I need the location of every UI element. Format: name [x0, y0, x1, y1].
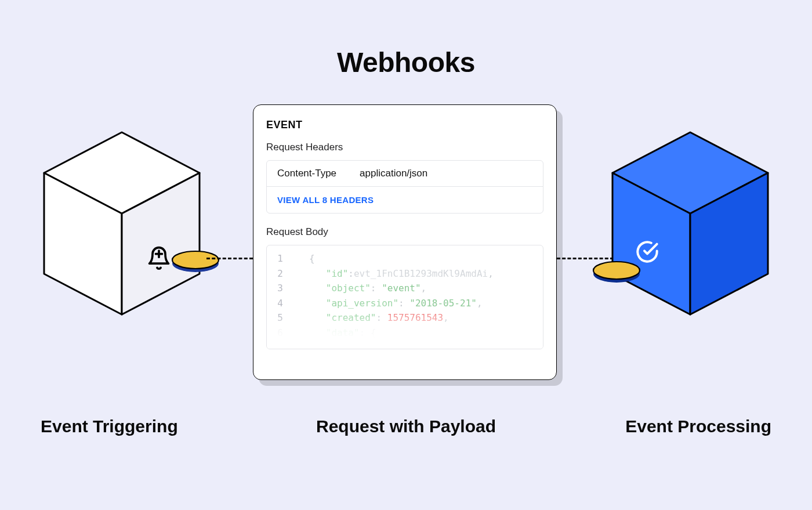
caption-request-with-payload: Request with Payload — [316, 417, 496, 436]
code-token: , — [421, 283, 427, 294]
code-token: , — [488, 268, 494, 279]
caption-event-processing: Event Processing — [625, 417, 771, 436]
svg-point-6 — [172, 251, 219, 269]
line-number: 2 — [267, 266, 292, 281]
line-number: 4 — [267, 296, 292, 311]
header-value: application/json — [360, 168, 427, 179]
code-token: : — [398, 298, 409, 309]
event-triggering-cube — [35, 128, 209, 321]
check-circle-icon — [636, 240, 659, 263]
event-processing-cube — [603, 128, 777, 321]
code-token: : — [371, 283, 382, 294]
svg-point-11 — [593, 262, 640, 279]
code-token: , — [477, 298, 483, 309]
code-token: { — [309, 253, 315, 264]
caption-event-triggering: Event Triggering — [41, 417, 178, 436]
view-all-headers-link[interactable]: VIEW ALL 8 HEADERS — [267, 187, 543, 213]
code-token: evt_1FnC1B1293mdKl9AmdAi — [354, 268, 488, 279]
line-number: 1 — [267, 251, 292, 266]
header-row: Content-Type application/json — [267, 161, 543, 187]
code-token: : — [348, 268, 354, 279]
diagram-stage: EVENT Request Headers Content-Type appli… — [0, 104, 812, 429]
connector-left — [206, 258, 253, 259]
code-token: "api_version" — [326, 298, 398, 309]
coin-icon — [590, 259, 643, 285]
line-number: 3 — [267, 281, 292, 296]
code-token: "2018-05-21" — [409, 298, 477, 309]
coin-icon — [169, 248, 222, 275]
bell-plus-icon — [146, 245, 172, 271]
headers-table: Content-Type application/json VIEW ALL 8… — [266, 160, 543, 214]
request-body-label: Request Body — [266, 226, 543, 238]
fade-overlay — [267, 314, 543, 349]
payload-card: EVENT Request Headers Content-Type appli… — [253, 104, 557, 380]
code-token: "id" — [326, 268, 349, 279]
header-key: Content-Type — [277, 168, 336, 179]
code-token: "object" — [326, 283, 371, 294]
diagram-title: Webhooks — [337, 46, 475, 78]
card-heading: EVENT — [266, 119, 543, 131]
request-body-code: 1 { 2 "id":evt_1FnC1B1293mdKl9AmdAi, 3 "… — [266, 245, 543, 349]
code-token: "event" — [382, 283, 420, 294]
request-headers-label: Request Headers — [266, 142, 543, 153]
